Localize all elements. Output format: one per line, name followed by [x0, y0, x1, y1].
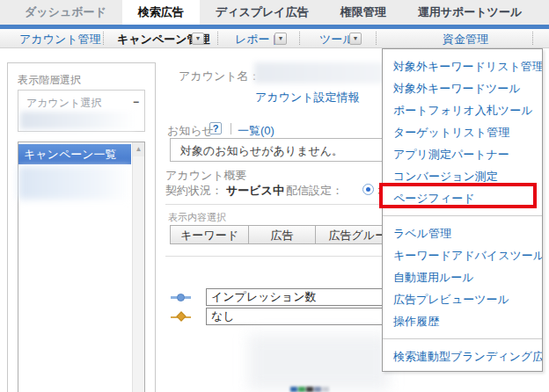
divider [165, 256, 392, 257]
notice-list-link[interactable]: 一覧(0) [238, 123, 274, 139]
account-settings-link[interactable]: アカウント設定情報 [255, 90, 360, 105]
legend-line-diamond-orange-icon [171, 309, 192, 323]
menu-divider [383, 338, 542, 339]
tab-search-ads[interactable]: 検索広告 [122, 0, 200, 25]
redacted-chart-fragment [290, 387, 329, 392]
metric-select-2[interactable]: なし [206, 308, 392, 325]
menu-item-portfolio-bidding-tool[interactable]: ポートフォリオ入札ツール [383, 99, 542, 121]
hierarchy-sidebar: 表示階層選択 アカウント選択 − キャンペーン一覧 ▲ [7, 62, 156, 392]
top-tab-bar: ダッシュボード 検索広告 ディスプレイ広告 権限管理 運用サポートツール [0, 0, 549, 25]
campaign-chevron-down-icon[interactable]: ▼ [192, 33, 204, 45]
menu-item-negative-keyword-tool[interactable]: 対象外キーワードツール [383, 77, 542, 99]
tab-ad[interactable]: 広告 [248, 225, 316, 244]
menu-item-operation-history[interactable]: 操作履歴 [383, 310, 542, 332]
divider [165, 204, 392, 205]
redacted-list-item [18, 166, 131, 200]
notice-box: 対象のお知らせがありません。 [170, 138, 392, 162]
menu-item-conversion-measurement[interactable]: コンバージョン測定 [383, 165, 542, 187]
nav-divider [376, 32, 377, 45]
menu-item-keyword-advice-tool[interactable]: キーワードアドバイスツール [383, 244, 542, 266]
nav-divider [532, 32, 533, 45]
menu-item-label-management[interactable]: ラベル管理 [383, 222, 542, 244]
display-select-tabs: キーワード 広告 広告グループ [170, 225, 412, 244]
menu-item-page-feed[interactable]: ページフィード [383, 187, 542, 209]
delivery-setting-label: 配信設定： [286, 183, 343, 199]
contract-status-value: サービス中 [226, 183, 284, 199]
nav-divider [103, 32, 104, 45]
sub-nav: アカウント管理 キャンペーン管理 ▼ レポート ▼ ツール ▼ 資金管理 [0, 29, 549, 48]
nav-divider [217, 32, 218, 45]
tools-dropdown-menu: 対象外キーワードリスト管理 対象外キーワードツール ポートフォリオ入札ツール タ… [382, 48, 543, 372]
scroll-up-icon[interactable]: ▲ [133, 142, 144, 156]
delivery-on-radio[interactable] [362, 184, 374, 195]
report-chevron-down-icon[interactable]: ▼ [274, 33, 287, 45]
menu-item-ad-preview-tool[interactable]: 広告プレビューツール [383, 288, 542, 310]
redacted-account-name [20, 112, 135, 129]
menu-item-app-measurement-partner[interactable]: アプリ測定パートナー [383, 143, 542, 165]
display-select-label: 表示内容選択 [168, 211, 226, 224]
menu-item-negative-keyword-list[interactable]: 対象外キーワードリスト管理 [383, 55, 542, 77]
nav-account-management[interactable]: アカウント管理 [19, 32, 101, 47]
contract-status-label: 契約状況： [165, 183, 223, 199]
separator [231, 123, 231, 134]
legend-line-dot-blue-icon [171, 290, 192, 304]
account-select-panel: アカウント選択 − [18, 90, 145, 132]
tab-keyword[interactable]: キーワード [170, 225, 249, 244]
notice-label: お知らせ [167, 123, 214, 139]
collapse-icon[interactable]: − [133, 96, 139, 108]
account-name-label: アカウント名： [179, 69, 260, 84]
menu-item-automated-rules[interactable]: 自動運用ルール [383, 266, 542, 288]
nav-fund-management[interactable]: 資金管理 [443, 32, 488, 47]
tab-permission-mgmt[interactable]: 権限管理 [325, 0, 402, 25]
menu-item-search-branding-ads[interactable]: 検索連動型ブランディング広告 [383, 345, 542, 367]
redacted-content [248, 334, 389, 390]
nav-divider [299, 32, 300, 45]
list-item-campaign-overview[interactable]: キャンペーン一覧 [18, 144, 131, 164]
campaign-list: キャンペーン一覧 ▲ [18, 142, 145, 392]
notice-empty-message: 対象のお知らせがありません。 [171, 139, 391, 159]
menu-item-target-list-management[interactable]: ターゲットリスト管理 [383, 121, 542, 143]
tab-dashboard[interactable]: ダッシュボード [9, 0, 122, 25]
redacted-account-name-value [254, 62, 395, 83]
sidebar-title: 表示階層選択 [18, 73, 81, 88]
tab-display-ads[interactable]: ディスプレイ広告 [200, 0, 325, 25]
help-icon[interactable]: ? [209, 122, 222, 134]
metric-select-1[interactable]: インプレッション数 [206, 288, 392, 306]
account-overview-title: アカウント概要 [165, 168, 247, 184]
tab-operation-support-tools[interactable]: 運用サポートツール [402, 0, 538, 25]
account-select-label: アカウント選択 [26, 96, 101, 111]
tools-chevron-down-icon[interactable]: ▼ [349, 33, 362, 45]
menu-divider [383, 215, 542, 216]
list-scrollbar[interactable]: ▲ [132, 142, 144, 392]
